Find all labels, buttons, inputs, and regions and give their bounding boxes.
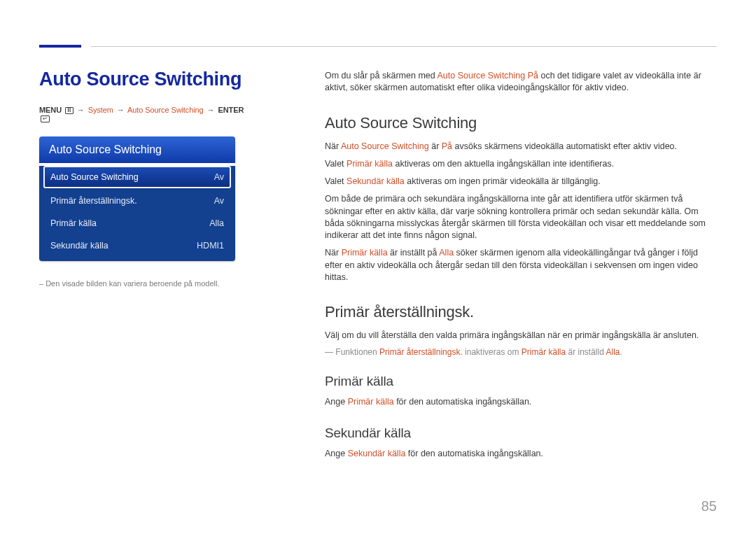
- osd-menu-row-auto-source-switching[interactable]: Auto Source Switching Av: [43, 166, 231, 188]
- osd-row-value: Av: [214, 172, 224, 182]
- osd-row-value: HDMI1: [197, 241, 224, 251]
- osd-row-value: Av: [214, 196, 224, 206]
- text: för den automatiska ingångskällan.: [405, 449, 543, 458]
- text: är: [429, 141, 442, 151]
- osd-row-value: Alla: [209, 218, 224, 228]
- page-content: Auto Source Switching MENU Ⅲ → System → …: [39, 69, 717, 465]
- text: När: [325, 141, 341, 151]
- section-heading-auto-source-switching: Auto Source Switching: [325, 114, 717, 132]
- paragraph: När Primär källa är inställt på Alla sök…: [325, 247, 717, 283]
- text-accent: Primär källa: [348, 397, 394, 407]
- page-number: 85: [701, 498, 717, 514]
- text: för den automatiska ingångskällan.: [394, 397, 532, 407]
- text: är inställd: [566, 347, 606, 357]
- breadcrumb-menu-label: MENU: [39, 106, 62, 114]
- arrow-icon: →: [117, 106, 125, 114]
- section-heading-primary-source: Primär källa: [325, 374, 717, 389]
- breadcrumb-item: System: [88, 106, 113, 114]
- inline-note: ― Funktionen Primär återställningsk. ina…: [325, 347, 717, 357]
- text-accent: Primär källa: [342, 248, 388, 258]
- text-accent: På: [442, 141, 452, 151]
- text: är inställt på: [388, 248, 440, 258]
- paragraph: Ange Primär källa för den automatiska in…: [325, 396, 717, 408]
- text: Valet: [325, 159, 346, 169]
- text-accent: Primär källa: [522, 347, 566, 357]
- text: Om du slår på skärmen med: [325, 71, 437, 80]
- text-accent: Alla: [439, 248, 454, 258]
- paragraph: Valet Primär källa aktiveras om den aktu…: [325, 158, 717, 170]
- osd-menu-header: Auto Source Switching: [39, 136, 235, 163]
- right-column: Om du slår på skärmen med Auto Source Sw…: [325, 69, 717, 465]
- text-accent: Alla: [606, 347, 620, 357]
- text-accent: Auto Source Switching: [341, 141, 429, 151]
- text: ― Funktionen: [325, 347, 379, 357]
- model-variation-note: – Den visade bilden kan variera beroende…: [39, 279, 249, 288]
- text: Ange: [325, 449, 348, 458]
- paragraph: Ange Sekundär källa för den automatiska …: [325, 448, 717, 460]
- paragraph: Om både de primära och sekundära ingångs…: [325, 193, 717, 241]
- text: Valet: [325, 176, 346, 186]
- text: .: [620, 347, 622, 357]
- intro-paragraph: Om du slår på skärmen med Auto Source Sw…: [325, 70, 717, 94]
- text: aktiveras om den aktuella ingångskällan …: [393, 159, 614, 169]
- section-heading-primary-restore: Primär återställningsk.: [325, 303, 717, 321]
- left-column: Auto Source Switching MENU Ⅲ → System → …: [39, 69, 249, 465]
- header-rule: [91, 46, 717, 47]
- text-accent: Auto Source Switching På: [437, 71, 538, 80]
- breadcrumb-item: Auto Source Switching: [127, 106, 204, 114]
- paragraph: Välj om du vill återställa den valda pri…: [325, 330, 717, 342]
- header-accent-bar: [39, 45, 81, 48]
- text: avsöks skärmens videokälla automatiskt e…: [452, 141, 677, 151]
- osd-menu-row-primary-restore[interactable]: Primär återställningsk. Av: [43, 190, 231, 212]
- text: aktiveras om ingen primär videokälla är …: [405, 176, 601, 186]
- osd-row-label: Primär återställningsk.: [50, 196, 137, 206]
- osd-row-label: Primär källa: [50, 218, 97, 228]
- osd-row-label: Auto Source Switching: [50, 172, 139, 182]
- arrow-icon: →: [207, 106, 215, 114]
- enter-button-icon: ↵: [41, 115, 50, 122]
- text-accent: Primär återställningsk.: [379, 347, 463, 357]
- breadcrumb: MENU Ⅲ → System → Auto Source Switching …: [39, 106, 249, 122]
- osd-menu-body: Auto Source Switching Av Primär återstäl…: [39, 166, 235, 261]
- osd-menu: Auto Source Switching Auto Source Switch…: [39, 136, 235, 261]
- paragraph: När Auto Source Switching är På avsöks s…: [325, 141, 717, 153]
- text-accent: Primär källa: [346, 159, 393, 169]
- text: Ange: [325, 397, 348, 407]
- paragraph: Valet Sekundär källa aktiveras om ingen …: [325, 176, 717, 188]
- text-accent: Sekundär källa: [348, 449, 406, 458]
- breadcrumb-enter-label: ENTER: [218, 106, 244, 114]
- text: inaktiveras om: [463, 347, 522, 357]
- page-title: Auto Source Switching: [39, 69, 249, 90]
- osd-row-label: Sekundär källa: [50, 241, 108, 251]
- text: När: [325, 248, 342, 258]
- osd-menu-row-primary-source[interactable]: Primär källa Alla: [43, 212, 231, 234]
- osd-menu-row-secondary-source[interactable]: Sekundär källa HDMI1: [43, 234, 231, 257]
- text-accent: Sekundär källa: [346, 176, 405, 186]
- arrow-icon: →: [77, 106, 85, 114]
- menu-button-icon: Ⅲ: [65, 107, 74, 114]
- section-heading-secondary-source: Sekundär källa: [325, 426, 717, 441]
